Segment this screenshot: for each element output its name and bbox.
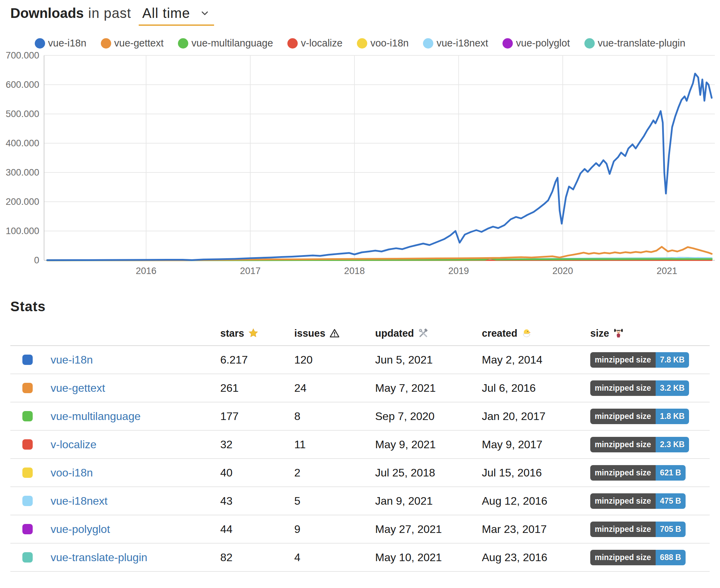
- package-color-swatch: [22, 524, 33, 534]
- svg-text:300.000: 300.000: [6, 167, 39, 178]
- badge-size-value: 2.3 KB: [656, 437, 689, 452]
- table-row-vue-gettext: vue-gettext26124May 7, 2021Jul 6, 2016mi…: [10, 374, 710, 402]
- minzipped-size-badge[interactable]: minzipped size688 B: [590, 550, 686, 565]
- svg-text:200.000: 200.000: [6, 197, 39, 207]
- legend-label: vue-i18next: [436, 38, 488, 49]
- created-date: Aug 12, 2016: [482, 495, 590, 507]
- minzipped-size-badge[interactable]: minzipped size621 B: [590, 465, 686, 481]
- column-header-size: size: [590, 328, 710, 339]
- lifter-icon: [613, 328, 624, 338]
- legend-label: vue-multilanguage: [191, 38, 273, 49]
- column-header-label: stars: [220, 328, 244, 339]
- legend-item-vue-polyglot: vue-polyglot: [502, 38, 570, 49]
- badge-size-value: 688 B: [656, 550, 686, 565]
- minzipped-size-badge[interactable]: minzipped size2.3 KB: [590, 437, 689, 452]
- legend-dot-icon: [101, 38, 111, 49]
- table-row-vue-multilanguage: vue-multilanguage1778Sep 7, 2020Jan 20, …: [10, 402, 710, 431]
- legend-label: v-localize: [301, 38, 342, 49]
- issues-value: 4: [294, 551, 375, 564]
- package-link[interactable]: vue-translate-plugin: [51, 551, 147, 564]
- minzipped-size-badge[interactable]: minzipped size7.8 KB: [590, 352, 689, 368]
- downloads-subtitle: in past: [88, 6, 131, 21]
- svg-text:2021: 2021: [657, 266, 677, 276]
- column-header-label: size: [590, 328, 609, 339]
- legend-label: vue-translate-plugin: [598, 38, 686, 49]
- time-range-select[interactable]: All time: [139, 6, 214, 26]
- badge-size-value: 3.2 KB: [656, 380, 689, 396]
- column-header-label: issues: [294, 328, 325, 339]
- badge-label: minzipped size: [590, 380, 656, 396]
- stars-value: 44: [220, 523, 294, 536]
- issues-value: 8: [294, 410, 375, 423]
- package-link[interactable]: vue-i18n: [51, 354, 93, 366]
- downloads-chart: 700.000600.000500.000400.000300.000200.0…: [0, 50, 720, 277]
- legend-item-vue-i18n: vue-i18n: [35, 38, 86, 49]
- created-date: Aug 23, 2016: [482, 551, 590, 564]
- updated-date: Sep 7, 2020: [375, 410, 482, 423]
- downloads-header: Downloads in past All time: [10, 6, 720, 26]
- issues-value: 120: [294, 354, 375, 366]
- badge-size-value: 1.8 KB: [656, 409, 689, 424]
- created-date: Mar 23, 2017: [482, 523, 590, 536]
- package-link[interactable]: vue-i18next: [51, 495, 107, 507]
- minzipped-size-badge[interactable]: minzipped size705 B: [590, 522, 686, 537]
- created-date: Jul 6, 2016: [482, 382, 590, 395]
- updated-date: May 9, 2021: [375, 438, 482, 451]
- badge-label: minzipped size: [590, 550, 656, 565]
- package-color-swatch: [22, 468, 33, 478]
- svg-text:600.000: 600.000: [6, 80, 39, 90]
- svg-text:400.000: 400.000: [6, 138, 39, 148]
- stats-heading: Stats: [10, 299, 720, 314]
- package-link[interactable]: vue-multilanguage: [51, 410, 141, 423]
- legend-dot-icon: [584, 38, 595, 49]
- created-date: Jan 20, 2017: [482, 410, 590, 423]
- legend-dot-icon: [423, 38, 433, 49]
- star-icon: [248, 328, 258, 338]
- created-date: May 9, 2017: [482, 438, 590, 451]
- package-link[interactable]: voo-i18n: [51, 466, 93, 479]
- updated-date: Jan 9, 2021: [375, 495, 482, 507]
- warning-icon: [329, 328, 340, 338]
- stars-value: 177: [220, 410, 294, 423]
- stars-value: 40: [220, 466, 294, 479]
- legend-label: vue-i18n: [48, 38, 86, 49]
- package-link[interactable]: v-localize: [51, 438, 96, 451]
- minzipped-size-badge[interactable]: minzipped size1.8 KB: [590, 409, 689, 424]
- legend-item-vue-gettext: vue-gettext: [101, 38, 163, 49]
- table-row-vue-i18next: vue-i18next435Jan 9, 2021Aug 12, 2016min…: [10, 487, 710, 515]
- time-range-value: All time: [142, 6, 190, 21]
- package-link[interactable]: vue-polyglot: [51, 523, 110, 536]
- downloads-chart-area: 700.000600.000500.000400.000300.000200.0…: [0, 50, 720, 279]
- legend-dot-icon: [178, 38, 188, 49]
- svg-text:2018: 2018: [344, 266, 365, 276]
- updated-date: May 27, 2021: [375, 523, 482, 536]
- legend-dot-icon: [287, 38, 298, 49]
- stars-value: 82: [220, 551, 294, 564]
- svg-text:2016: 2016: [136, 266, 157, 276]
- updated-date: Jun 5, 2021: [375, 354, 482, 366]
- minzipped-size-badge[interactable]: minzipped size3.2 KB: [590, 380, 689, 396]
- chart-legend: vue-i18nvue-gettextvue-multilanguagev-lo…: [0, 38, 720, 49]
- column-header-label: created: [482, 328, 517, 339]
- minzipped-size-badge[interactable]: minzipped size475 B: [590, 493, 686, 509]
- package-color-swatch: [22, 411, 33, 421]
- stats-table: starsissuesupdatedcreatedsize vue-i18n6.…: [10, 321, 710, 572]
- table-row-vue-i18n: vue-i18n6.217120Jun 5, 2021May 2, 2014mi…: [10, 346, 710, 374]
- legend-item-vue-translate-plugin: vue-translate-plugin: [584, 38, 686, 49]
- package-color-swatch: [22, 439, 33, 450]
- package-color-swatch: [22, 552, 33, 563]
- badge-label: minzipped size: [590, 409, 656, 424]
- created-date: May 2, 2014: [482, 354, 590, 366]
- stars-value: 43: [220, 495, 294, 507]
- badge-label: minzipped size: [590, 465, 656, 481]
- package-link[interactable]: vue-gettext: [51, 382, 105, 395]
- svg-text:0: 0: [34, 255, 39, 265]
- column-header-stars: stars: [220, 328, 294, 339]
- tools-icon: [418, 328, 428, 338]
- legend-dot-icon: [35, 38, 45, 49]
- package-color-swatch: [22, 383, 33, 393]
- updated-date: Jul 25, 2018: [375, 466, 482, 479]
- badge-size-value: 475 B: [656, 493, 686, 509]
- legend-label: voo-i18n: [370, 38, 409, 49]
- legend-dot-icon: [357, 38, 367, 49]
